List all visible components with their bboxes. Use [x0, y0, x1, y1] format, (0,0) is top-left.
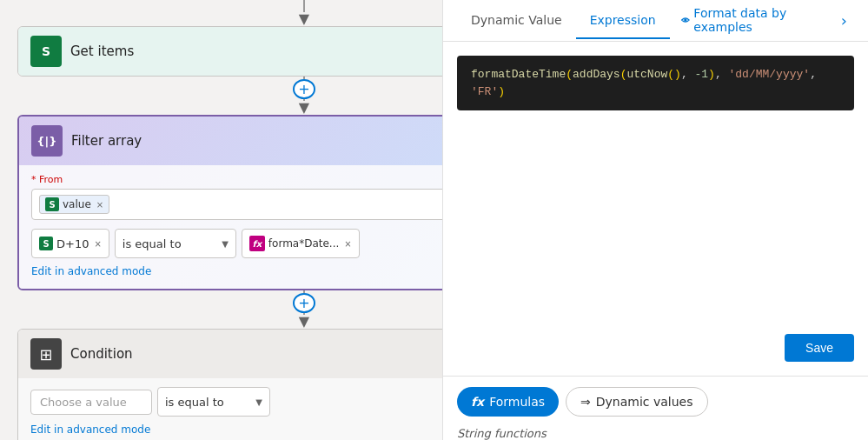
panel-content: formatDateTime(addDays(utcNow(), -1), 'd… — [443, 42, 868, 334]
condition-inner-operator[interactable]: is equal to ▼ — [157, 387, 270, 417]
from-tag-close[interactable]: × — [96, 200, 103, 210]
tab-dynamic-value[interactable]: Dynamic Value — [457, 3, 576, 39]
get-items-icon: S — [30, 36, 62, 67]
condition-edit-advanced-link[interactable]: Edit in advanced mode — [30, 423, 150, 436]
add-step-arrow: ▼ — [299, 101, 309, 115]
tab-expression[interactable]: Expression — [576, 3, 670, 39]
add-step-button[interactable]: + — [293, 79, 315, 99]
formulas-icon: fx — [471, 395, 484, 409]
save-button-row: Save — [443, 334, 868, 376]
condition-left-icon: S — [39, 237, 53, 250]
tab-format-data[interactable]: Format data by examples — [670, 0, 834, 46]
expr-function-name: formatDateTime — [471, 68, 566, 81]
tab-dynamic-values[interactable]: ⇒ Dynamic values — [566, 387, 707, 417]
panel-tabs: Dynamic Value Expression Format data by … — [443, 0, 868, 42]
tab-formulas[interactable]: fx Formulas — [457, 387, 559, 417]
condition-icon: ⊞ — [30, 338, 62, 370]
filter-edit-advanced-link[interactable]: Edit in advanced mode — [31, 265, 151, 277]
panel-more-tab[interactable]: › — [834, 11, 854, 30]
filter-array-icon: {|} — [31, 125, 63, 157]
bottom-tabs: fx Formulas ⇒ Dynamic values — [443, 376, 868, 427]
from-tag-icon: S — [45, 197, 59, 211]
expression-panel: Dynamic Value Expression Format data by … — [442, 0, 868, 440]
condition-operator[interactable]: is equal to ▼ — [115, 229, 236, 258]
svg-point-0 — [684, 18, 686, 21]
add-step-arrow-2: ▼ — [299, 315, 309, 329]
condition-left-close[interactable]: × — [94, 239, 101, 249]
string-functions-hint: String functions — [443, 427, 868, 440]
condition-right-value[interactable]: fx forma*Date... × — [242, 229, 360, 258]
from-value-tag: S value × — [39, 195, 109, 214]
format-icon — [680, 14, 691, 26]
top-arrow: ▼ — [299, 12, 309, 26]
condition-left-value[interactable]: S D+10 × — [31, 229, 109, 258]
add-step-button-2[interactable]: + — [293, 293, 315, 313]
expr-icon: fx — [249, 236, 265, 251]
expression-editor[interactable]: formatDateTime(addDays(utcNow(), -1), 'd… — [457, 56, 854, 110]
dynamic-values-icon: ⇒ — [580, 395, 591, 409]
save-button[interactable]: Save — [785, 334, 854, 362]
condition-right-close[interactable]: × — [344, 239, 351, 249]
condition-left-input[interactable]: Choose a value — [30, 390, 152, 415]
